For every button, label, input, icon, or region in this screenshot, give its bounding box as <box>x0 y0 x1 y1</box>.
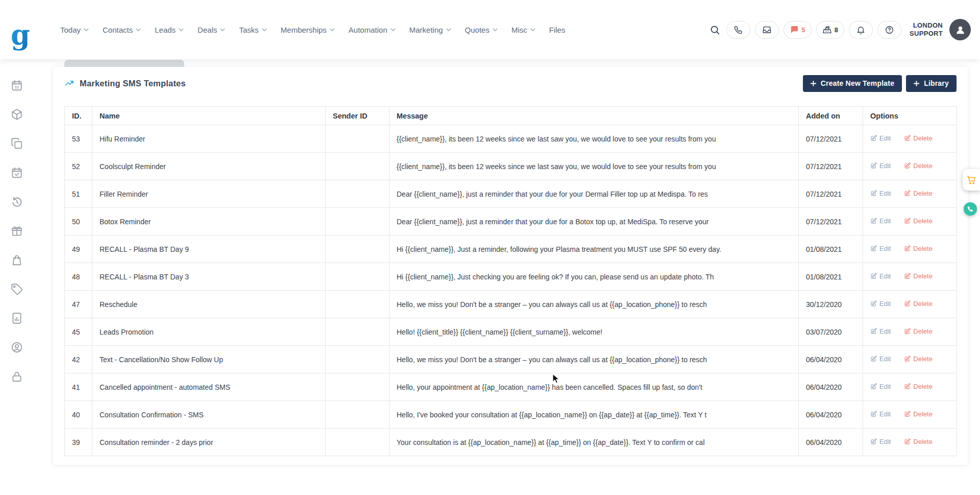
delete-link[interactable]: Delete <box>904 438 933 445</box>
chat-button[interactable]: 5 <box>783 21 812 39</box>
cell-options: Edit Delete <box>863 401 957 429</box>
cell-name: Reschedule <box>92 291 326 318</box>
delete-link[interactable]: Delete <box>904 383 933 390</box>
sidebar-item-calendar[interactable] <box>10 79 23 92</box>
nav-item-tasks[interactable]: Tasks <box>239 26 266 34</box>
cell-options: Edit Delete <box>863 235 957 263</box>
edit-link[interactable]: Edit <box>870 134 891 142</box>
delete-link[interactable]: Delete <box>904 300 933 308</box>
inbox-button[interactable] <box>755 21 779 39</box>
header-buttons: Create New Template Library <box>803 75 957 92</box>
nav-item-contacts[interactable]: Contacts <box>103 26 141 34</box>
edit-link[interactable]: Edit <box>870 355 891 363</box>
nav-item-quotes[interactable]: Quotes <box>465 26 498 34</box>
delete-link[interactable]: Delete <box>904 272 933 280</box>
edit-link[interactable]: Edit <box>870 383 891 390</box>
notifications-button[interactable] <box>849 21 873 39</box>
sidebar-item-bookings[interactable] <box>10 166 23 179</box>
edit-link[interactable]: Edit <box>870 162 891 170</box>
edit-link-label: Edit <box>879 327 891 335</box>
help-button[interactable] <box>877 21 901 39</box>
column-header-added-on: Added on <box>799 107 863 125</box>
delete-link-label: Delete <box>913 410 933 418</box>
nav-item-misc[interactable]: Misc <box>511 26 535 34</box>
cell-options: Edit Delete <box>863 208 957 235</box>
cell-sender-id <box>326 180 389 208</box>
edit-link[interactable]: Edit <box>870 217 891 225</box>
delete-link[interactable]: Delete <box>904 217 933 225</box>
cell-sender-id <box>326 235 389 263</box>
cell-message: Hi {{client_name}}, Just a reminder, fol… <box>389 235 799 263</box>
cell-name: Filler Reminder <box>92 180 326 208</box>
edit-link[interactable]: Edit <box>870 190 891 197</box>
delete-link[interactable]: Delete <box>904 162 933 170</box>
search-icon[interactable] <box>709 25 720 35</box>
lock-icon <box>10 370 23 383</box>
gift-icon <box>10 224 23 238</box>
cell-options: Edit Delete <box>863 318 957 346</box>
sidebar-item-duplicates[interactable] <box>10 137 23 150</box>
cart-widget[interactable] <box>963 169 980 191</box>
edit-icon <box>870 218 877 224</box>
nav-item-memberships[interactable]: Memberships <box>281 26 335 34</box>
sidebar-item-account[interactable] <box>10 341 23 354</box>
svg-text:g: g <box>11 20 30 51</box>
cell-message: Hello, your appointment at {{ap_location… <box>389 373 799 401</box>
delete-link[interactable]: Delete <box>904 410 933 418</box>
nav-item-label: Today <box>60 26 81 34</box>
edit-link[interactable]: Edit <box>870 438 891 445</box>
app-logo[interactable]: g <box>7 20 34 51</box>
cell-message: {{client_name}}, its been 12 weeks since… <box>389 153 799 180</box>
edit-link-label: Edit <box>879 245 891 252</box>
history-icon <box>10 195 23 208</box>
till-button[interactable]: 8 <box>816 21 844 39</box>
edit-link[interactable]: Edit <box>870 245 891 252</box>
content-card: Marketing SMS Templates Create New Templ… <box>53 67 968 465</box>
edit-icon <box>870 300 877 307</box>
sidebar-item-tags[interactable] <box>10 282 23 296</box>
delete-link-label: Delete <box>913 438 933 445</box>
sidebar-item-gifts[interactable] <box>10 224 23 238</box>
avatar[interactable] <box>949 19 971 40</box>
cell-added-on: 30/12/2020 <box>799 291 863 318</box>
cell-message: Dear {{client_name}}, just a reminder th… <box>389 180 799 208</box>
sidebar-item-security[interactable] <box>10 370 23 383</box>
column-header-id: ID. <box>65 107 92 125</box>
nav-item-today[interactable]: Today <box>60 26 89 34</box>
delete-link[interactable]: Delete <box>904 190 933 197</box>
edit-link[interactable]: Edit <box>870 410 891 418</box>
nav-item-leads[interactable]: Leads <box>155 26 184 34</box>
nav-item-marketing[interactable]: Marketing <box>409 26 451 34</box>
phone-button[interactable] <box>726 21 750 39</box>
cell-name: Leads Promotion <box>92 318 326 346</box>
sidebar-item-shop[interactable] <box>10 253 23 267</box>
sidebar-item-history[interactable] <box>10 195 23 208</box>
create-new-template-button[interactable]: Create New Template <box>803 75 902 92</box>
table-header-row: ID. Name Sender ID Message Added on Opti… <box>65 107 957 125</box>
cell-sender-id <box>326 373 389 401</box>
nav-item-files[interactable]: Files <box>549 26 566 34</box>
cell-message: Hello, we miss you! Don't be a stranger … <box>389 346 799 373</box>
sidebar-item-reports[interactable] <box>10 312 23 325</box>
table-row: 52 Coolsculpt Reminder {{client_name}}, … <box>65 153 957 180</box>
phone-chat-widget[interactable] <box>964 202 977 216</box>
cell-sender-id <box>326 125 389 153</box>
delete-link[interactable]: Delete <box>904 355 933 363</box>
delete-link[interactable]: Delete <box>904 134 933 142</box>
delete-link[interactable]: Delete <box>904 327 933 335</box>
column-header-message: Message <box>389 107 799 125</box>
cell-options: Edit Delete <box>863 429 957 456</box>
nav-item-automation[interactable]: Automation <box>349 26 396 34</box>
delete-link[interactable]: Delete <box>904 245 933 252</box>
edit-link[interactable]: Edit <box>870 327 891 335</box>
edit-link[interactable]: Edit <box>870 272 891 280</box>
nav-item-deals[interactable]: Deals <box>198 26 225 34</box>
cell-id: 39 <box>65 429 92 456</box>
cell-name: RECALL - Plasma BT Day 9 <box>92 235 326 263</box>
cell-id: 53 <box>65 125 92 153</box>
library-button[interactable]: Library <box>906 75 957 92</box>
sidebar-item-products[interactable] <box>10 108 23 121</box>
edit-link[interactable]: Edit <box>870 300 891 308</box>
nav-item-label: Quotes <box>465 26 489 34</box>
cell-added-on: 06/04/2020 <box>799 346 863 373</box>
